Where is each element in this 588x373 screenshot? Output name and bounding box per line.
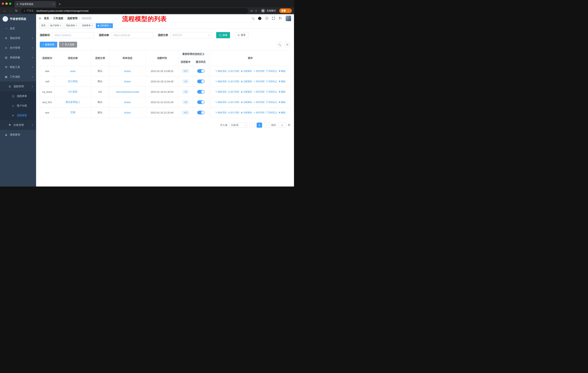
font-size-icon[interactable]: TT bbox=[279, 17, 282, 20]
app-logo-row[interactable]: 芋道管理系统 bbox=[0, 14, 36, 24]
sidebar-item-payment[interactable]: ¥ 支付管理 ∨ bbox=[0, 43, 36, 53]
sidebar-item-process-form[interactable]: ❏ 流程表单 bbox=[0, 91, 36, 101]
breadcrumb-item[interactable]: 工作流程 bbox=[53, 17, 63, 20]
breadcrumb-item[interactable]: 流程管理 bbox=[67, 17, 77, 20]
address-bar[interactable]: ⚠ 不安全 dashboard.yudao.iocoder.cn/bpm/man… bbox=[21, 8, 248, 13]
assign-rule-link[interactable]: ♟ 分配规则 bbox=[241, 80, 252, 83]
form-info-link[interactable]: /bpm/oa/leave/create bbox=[116, 91, 139, 93]
form-info-link[interactable]: biubiu bbox=[124, 70, 131, 72]
github-icon[interactable] bbox=[258, 17, 261, 20]
sidebar-item-infrastructure[interactable]: ▤ 基础设施 ∨ bbox=[0, 53, 36, 62]
minimize-window-button[interactable] bbox=[5, 2, 8, 5]
update-button[interactable]: 更新 ⋮ bbox=[279, 8, 292, 13]
sidebar-item-system[interactable]: ⚙ 系统管理 ∨ bbox=[0, 33, 36, 43]
tag-close-icon[interactable]: × bbox=[92, 24, 93, 27]
tag-close-icon[interactable]: × bbox=[60, 24, 62, 27]
refresh-table-button[interactable]: ↻ bbox=[284, 41, 290, 48]
delete-link[interactable]: ✖ 删除 bbox=[279, 111, 285, 114]
process-name-link[interactable]: 测试多审批人 bbox=[65, 101, 80, 103]
process-name-link[interactable]: 自己审批 bbox=[68, 80, 78, 83]
tag-process-model[interactable]: 流程模型 × bbox=[96, 23, 113, 28]
forward-button[interactable]: → bbox=[8, 9, 13, 12]
fullscreen-icon[interactable] bbox=[272, 17, 275, 20]
modify-process-link[interactable]: ✎ 修改流程 bbox=[215, 90, 227, 93]
process-definition-link[interactable]: ❐ 流程定义 bbox=[266, 111, 277, 114]
zoom-window-button[interactable] bbox=[9, 2, 11, 5]
assign-rule-link[interactable]: ♟ 分配规则 bbox=[241, 111, 252, 114]
publish-process-link[interactable]: ➣ 发布流程 bbox=[253, 101, 264, 104]
search-icon[interactable] bbox=[252, 17, 254, 20]
process-name-link[interactable]: OA 请假 bbox=[68, 90, 77, 93]
tag-my-process[interactable]: 我的流程 × bbox=[64, 23, 79, 28]
modify-process-link[interactable]: ✎ 修改流程 bbox=[215, 101, 227, 104]
prev-page-button[interactable]: ‹ bbox=[249, 122, 255, 128]
tag-tenant-management[interactable]: 租户管理 × bbox=[49, 23, 63, 28]
url-text[interactable]: dashboard.yudao.iocoder.cn/bpm/manager/m… bbox=[36, 10, 88, 12]
next-page-button[interactable]: › bbox=[264, 122, 269, 128]
browser-tab[interactable]: ✿ 芋道管理系统 × bbox=[15, 1, 56, 7]
process-definition-link[interactable]: ❐ 流程定义 bbox=[266, 80, 277, 83]
assign-rule-link[interactable]: ♟ 分配规则 bbox=[241, 70, 252, 73]
assign-rule-link[interactable]: ♟ 分配规则 bbox=[241, 90, 252, 93]
modify-process-link[interactable]: ✎ 修改流程 bbox=[215, 111, 227, 114]
form-info-link[interactable]: biubiu bbox=[124, 111, 131, 114]
sidebar-item-task-management[interactable]: ⚑ 任务管理 ∨ bbox=[0, 120, 36, 130]
user-avatar[interactable] bbox=[286, 16, 291, 21]
process-definition-link[interactable]: ❐ 流程定义 bbox=[266, 90, 277, 93]
sidebar-item-leave-query[interactable]: ♟ 请假查询 bbox=[0, 130, 36, 140]
page-size-select[interactable]: 10条/页 ∨ bbox=[229, 122, 248, 128]
delete-link[interactable]: ✖ 删除 bbox=[279, 80, 285, 83]
sidebar-item-process-model[interactable]: ➤ 流程模型 bbox=[0, 111, 36, 120]
active-toggle[interactable] bbox=[197, 80, 205, 83]
password-key-icon[interactable] bbox=[250, 9, 253, 12]
import-process-button[interactable]: ↥ 导入流程 bbox=[59, 42, 77, 48]
tag-process-form[interactable]: 流程表单 × bbox=[80, 23, 95, 28]
page-1-button[interactable]: 1 bbox=[257, 122, 262, 128]
breadcrumb-item[interactable]: 首页 bbox=[44, 17, 49, 20]
modify-process-link[interactable]: ✎ 修改流程 bbox=[215, 80, 227, 83]
publish-process-link[interactable]: ➣ 发布流程 bbox=[253, 80, 264, 83]
toggle-search-button[interactable] bbox=[276, 41, 283, 48]
design-process-link[interactable]: ◎ 设计流程 bbox=[228, 80, 239, 83]
security-label[interactable]: 不安全 bbox=[27, 9, 34, 12]
reload-button[interactable]: ↻ bbox=[14, 9, 19, 13]
process-id-input[interactable] bbox=[52, 32, 94, 38]
active-toggle[interactable] bbox=[197, 90, 205, 94]
design-process-link[interactable]: ◎ 设计流程 bbox=[228, 111, 239, 114]
help-icon[interactable]: ? bbox=[265, 17, 268, 20]
design-process-link[interactable]: ◎ 设计流程 bbox=[228, 70, 239, 73]
tag-home[interactable]: 首页 bbox=[39, 23, 47, 28]
process-definition-link[interactable]: ❐ 流程定义 bbox=[266, 70, 277, 73]
browser-menu-icon[interactable]: ⋮ bbox=[287, 9, 290, 12]
sidebar-collapse-button[interactable]: ≡ bbox=[39, 16, 41, 20]
publish-process-link[interactable]: ➣ 发布流程 bbox=[253, 90, 264, 93]
close-window-button[interactable] bbox=[2, 2, 4, 5]
publish-process-link[interactable]: ➣ 发布流程 bbox=[253, 111, 264, 114]
active-toggle[interactable] bbox=[197, 111, 205, 114]
sidebar-item-devtools[interactable]: ⚒ 研发工具 ∨ bbox=[0, 62, 36, 72]
create-process-button[interactable]: + 新建流程 bbox=[40, 42, 57, 48]
new-tab-button[interactable]: + bbox=[59, 2, 61, 6]
process-name-link[interactable]: 滔博 bbox=[70, 111, 75, 114]
tab-close-icon[interactable]: × bbox=[53, 3, 54, 6]
process-name-input[interactable] bbox=[111, 32, 153, 38]
assign-rule-link[interactable]: ♟ 分配规则 bbox=[241, 101, 252, 104]
design-process-link[interactable]: ◎ 设计流程 bbox=[228, 90, 239, 93]
modify-process-link[interactable]: ✎ 修改流程 bbox=[215, 70, 227, 73]
search-button[interactable]: 搜索 bbox=[216, 32, 230, 38]
sidebar-item-process-management[interactable]: ≣ 流程管理 ∧ bbox=[0, 81, 36, 91]
delete-link[interactable]: ✖ 删除 bbox=[279, 101, 285, 104]
goto-page-input[interactable] bbox=[278, 122, 286, 128]
tag-close-icon[interactable]: × bbox=[76, 24, 77, 27]
category-select[interactable]: 流程分类 ∨ bbox=[170, 32, 211, 38]
back-button[interactable]: ← bbox=[2, 9, 7, 12]
form-info-link[interactable]: biubiu bbox=[124, 101, 131, 104]
form-info-link[interactable]: biubiu bbox=[124, 80, 131, 83]
process-name-link[interactable]: eeee bbox=[70, 70, 75, 72]
publish-process-link[interactable]: ➣ 发布流程 bbox=[253, 70, 264, 73]
process-definition-link[interactable]: ❐ 流程定义 bbox=[266, 101, 277, 104]
bookmark-star-icon[interactable]: ☆ bbox=[255, 9, 257, 12]
sidebar-item-home[interactable]: ◔ 首页 bbox=[0, 24, 36, 33]
reset-button[interactable]: ↻ 重置 bbox=[235, 32, 248, 38]
sidebar-item-workflow[interactable]: ▦ 工作流程 ∧ bbox=[0, 72, 36, 81]
